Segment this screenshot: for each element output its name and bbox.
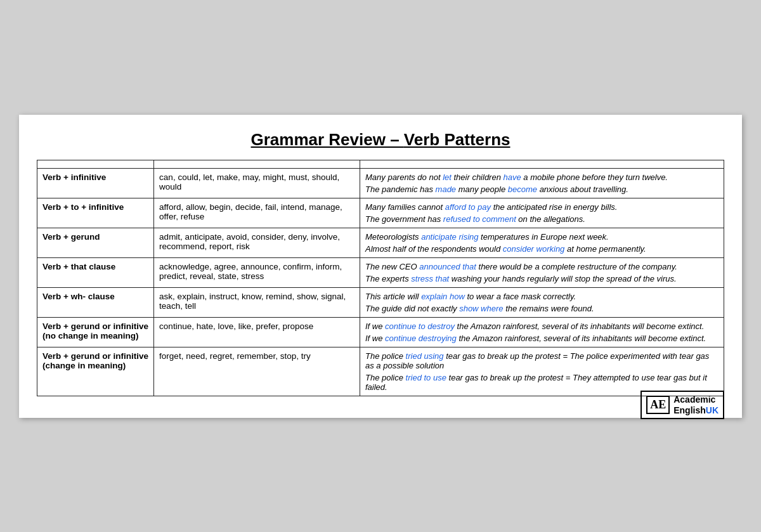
example-sentence: The pandemic has made many people become… bbox=[365, 185, 719, 194]
blue-verb: continue to destroy bbox=[385, 321, 455, 331]
table-row: Verb + gerund or infinitive (no change i… bbox=[37, 317, 724, 347]
header-common-verbs bbox=[154, 160, 360, 168]
example-sentence: Meteorologists anticipate rising tempera… bbox=[365, 232, 719, 242]
pattern-cell: Verb + gerund or infinitive (no change i… bbox=[37, 317, 154, 347]
blue-verb: have bbox=[504, 172, 521, 182]
blue-verb: explain how bbox=[421, 292, 465, 301]
table-header-row bbox=[37, 160, 724, 168]
example-sentence: The police tried using tear gas to break… bbox=[365, 351, 719, 370]
example-sentence: If we continue to destroy the Amazon rai… bbox=[365, 321, 719, 331]
verbs-cell: forget, need, regret, remember, stop, tr… bbox=[154, 347, 360, 396]
pattern-cell: Verb + infinitive bbox=[37, 168, 154, 198]
logo-ae-initials: AE bbox=[646, 396, 670, 414]
examples-cell: Meteorologists anticipate rising tempera… bbox=[360, 228, 724, 257]
examples-cell: The police tried using tear gas to break… bbox=[360, 347, 724, 396]
header-example-sentences bbox=[360, 160, 724, 168]
title-underlined: Verb Patterns bbox=[404, 130, 511, 149]
examples-cell: Many families cannot afford to pay the a… bbox=[360, 198, 724, 228]
blue-verb: tried using bbox=[406, 351, 444, 361]
verbs-cell: afford, allow, begin, decide, fail, inte… bbox=[154, 198, 360, 228]
table-row: Verb + infinitivecan, could, let, make, … bbox=[37, 168, 724, 198]
table-row: Verb + gerundadmit, anticipate, avoid, c… bbox=[37, 228, 724, 257]
example-sentence: If we continue destroying the Amazon rai… bbox=[365, 334, 719, 343]
blue-verb: afford to pay bbox=[445, 202, 491, 212]
blue-verb: made bbox=[436, 185, 457, 194]
verbs-cell: ask, explain, instruct, know, remind, sh… bbox=[154, 287, 360, 317]
page-title: Grammar Review – Verb Patterns bbox=[37, 130, 724, 150]
blue-verb: continue destroying bbox=[385, 334, 457, 343]
pattern-cell: Verb + wh- clause bbox=[37, 287, 154, 317]
pattern-cell: Verb + that clause bbox=[37, 257, 154, 287]
example-sentence: Almost half of the respondents would con… bbox=[365, 244, 719, 254]
example-sentence: Many families cannot afford to pay the a… bbox=[365, 202, 719, 212]
table-row: Verb + to + infinitiveafford, allow, beg… bbox=[37, 198, 724, 228]
example-sentence: The guide did not exactly show where the… bbox=[365, 304, 719, 313]
verbs-cell: continue, hate, love, like, prefer, prop… bbox=[154, 317, 360, 347]
blue-verb: tried to use bbox=[406, 373, 446, 382]
example-sentence: Many parents do not let their children h… bbox=[365, 172, 719, 182]
table-row: Verb + that clauseacknowledge, agree, an… bbox=[37, 257, 724, 287]
table-row: Verb + gerund or infinitive (change in m… bbox=[37, 347, 724, 396]
blue-verb: become bbox=[508, 185, 537, 194]
example-sentence: This article will explain how to wear a … bbox=[365, 292, 719, 301]
examples-cell: The new CEO announced that there would b… bbox=[360, 257, 724, 287]
page-container: Grammar Review – Verb Patterns Verb + in… bbox=[19, 115, 742, 418]
example-sentence: The government has refused to comment on… bbox=[365, 214, 719, 224]
examples-cell: If we continue to destroy the Amazon rai… bbox=[360, 317, 724, 347]
header-verb-pattern bbox=[37, 160, 154, 168]
grammar-table: Verb + infinitivecan, could, let, make, … bbox=[37, 160, 724, 396]
example-sentence: The police tried to use tear gas to brea… bbox=[365, 373, 719, 392]
pattern-cell: Verb + to + infinitive bbox=[37, 198, 154, 228]
blue-verb: stress that bbox=[411, 274, 449, 283]
pattern-cell: Verb + gerund or infinitive (change in m… bbox=[37, 347, 154, 396]
verbs-cell: admit, anticipate, avoid, consider, deny… bbox=[154, 228, 360, 257]
blue-verb: show where bbox=[459, 304, 503, 313]
title-prefix: Grammar Review – bbox=[251, 130, 404, 149]
example-sentence: The experts stress that washing your han… bbox=[365, 274, 719, 283]
blue-verb: announced that bbox=[419, 262, 476, 271]
blue-verb: refused to comment bbox=[443, 214, 516, 224]
blue-verb: anticipate rising bbox=[421, 232, 478, 242]
table-row: Verb + wh- clauseask, explain, instruct,… bbox=[37, 287, 724, 317]
examples-cell: This article will explain how to wear a … bbox=[360, 287, 724, 317]
verbs-cell: can, could, let, make, may, might, must,… bbox=[154, 168, 360, 198]
logo-box: AE Academic EnglishUK bbox=[641, 391, 724, 420]
blue-verb: consider working bbox=[503, 244, 565, 254]
logo-uk: UK bbox=[706, 405, 719, 415]
verbs-cell: acknowledge, agree, announce, confirm, i… bbox=[154, 257, 360, 287]
examples-cell: Many parents do not let their children h… bbox=[360, 168, 724, 198]
logo-english: EnglishUK bbox=[673, 405, 719, 416]
pattern-cell: Verb + gerund bbox=[37, 228, 154, 257]
logo-text: Academic EnglishUK bbox=[673, 394, 719, 416]
blue-verb: let bbox=[443, 172, 452, 182]
logo-academic: Academic bbox=[673, 394, 719, 405]
example-sentence: The new CEO announced that there would b… bbox=[365, 262, 719, 271]
